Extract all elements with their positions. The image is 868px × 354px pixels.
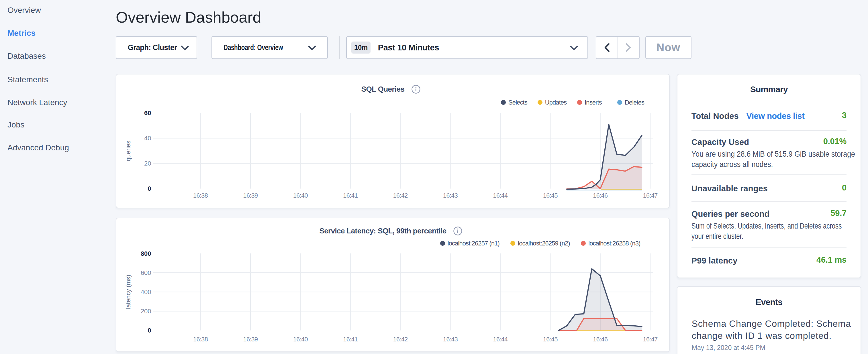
- svg-text:40: 40: [145, 135, 151, 142]
- svg-text:600: 600: [141, 269, 151, 277]
- svg-text:16:43: 16:43: [443, 192, 458, 199]
- svg-text:16:45: 16:45: [543, 336, 558, 343]
- svg-text:0: 0: [148, 185, 151, 192]
- svg-text:16:41: 16:41: [343, 192, 358, 199]
- svg-text:16:42: 16:42: [393, 336, 408, 343]
- svg-text:16:40: 16:40: [293, 192, 308, 199]
- svg-text:16:44: 16:44: [493, 192, 508, 199]
- svg-text:16:46: 16:46: [593, 192, 608, 199]
- svg-text:16:40: 16:40: [293, 336, 308, 343]
- svg-text:0: 0: [148, 327, 151, 334]
- svg-text:16:39: 16:39: [243, 192, 258, 199]
- svg-text:16:45: 16:45: [543, 192, 558, 199]
- svg-text:400: 400: [141, 288, 151, 296]
- svg-text:200: 200: [141, 308, 151, 315]
- svg-text:16:43: 16:43: [443, 336, 458, 343]
- svg-text:800: 800: [141, 250, 151, 257]
- svg-text:16:47: 16:47: [643, 336, 658, 343]
- svg-text:16:39: 16:39: [243, 336, 258, 343]
- svg-text:60: 60: [145, 109, 151, 117]
- svg-text:16:38: 16:38: [193, 192, 208, 199]
- svg-text:16:46: 16:46: [593, 336, 608, 343]
- svg-text:16:38: 16:38: [193, 336, 208, 343]
- svg-text:16:42: 16:42: [393, 192, 408, 199]
- svg-text:16:44: 16:44: [493, 336, 508, 343]
- svg-text:16:41: 16:41: [343, 336, 358, 343]
- svg-text:16:47: 16:47: [643, 192, 658, 199]
- svg-text:20: 20: [145, 160, 151, 167]
